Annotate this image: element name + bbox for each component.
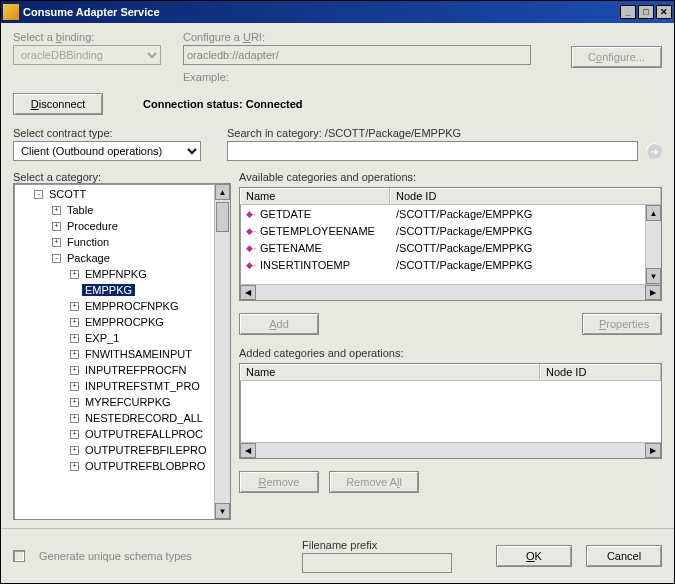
contract-label: Select contract type: (13, 127, 203, 139)
tree-node-label: OUTPUTREFALLPROC (82, 428, 206, 440)
tree-node[interactable]: EMPPKG (16, 282, 214, 298)
expand-icon[interactable]: + (70, 414, 79, 423)
tree-node-label: Table (64, 204, 96, 216)
tree-node-label: NESTEDRECORD_ALL (82, 412, 206, 424)
expand-icon[interactable]: + (70, 430, 79, 439)
collapse-icon[interactable]: - (34, 190, 43, 199)
tree-node[interactable]: +MYREFCURPKG (16, 394, 214, 410)
remove-button[interactable]: Remove (239, 471, 319, 493)
leaf-icon (70, 286, 79, 295)
expand-icon[interactable]: + (52, 238, 61, 247)
bottom-bar: Generate unique schema types Filename pr… (1, 528, 674, 583)
configure-button[interactable]: Configure... (571, 46, 662, 68)
tree-node[interactable]: +OUTPUTREFBFILEPRO (16, 442, 214, 458)
operation-icon (246, 259, 256, 269)
tree-node[interactable]: +INPUTREFSTMT_PRO (16, 378, 214, 394)
available-hscrollbar[interactable]: ◀▶ (240, 284, 661, 300)
properties-button[interactable]: Properties (582, 313, 662, 335)
titlebar[interactable]: Consume Adapter Service _ □ ✕ (1, 1, 674, 23)
expand-icon[interactable]: + (70, 302, 79, 311)
add-button[interactable]: Add (239, 313, 319, 335)
tree-node-label: EXP_1 (82, 332, 122, 344)
minimize-button[interactable]: _ (620, 5, 636, 19)
tree-node-label: OUTPUTREFBFILEPRO (82, 444, 210, 456)
tree-node-label: EMPPROCPKG (82, 316, 167, 328)
consume-adapter-window: Consume Adapter Service _ □ ✕ Select a b… (0, 0, 675, 584)
tree-node[interactable]: +Table (16, 202, 214, 218)
tree-node-label: EMPFNPKG (82, 268, 150, 280)
list-item[interactable]: INSERTINTOEMP/SCOTT/Package/EMPPKG (240, 256, 645, 273)
available-header: Name Node ID (240, 188, 661, 205)
app-icon (3, 4, 19, 20)
list-item[interactable]: GETDATE/SCOTT/Package/EMPPKG (240, 205, 645, 222)
category-tree[interactable]: -SCOTT+Table+Procedure+Function-Package+… (13, 183, 231, 520)
tree-node-label: INPUTREFPROCFN (82, 364, 189, 376)
binding-label: Select a binding: (13, 31, 163, 43)
expand-icon[interactable]: + (70, 462, 79, 471)
tree-node-label: MYREFCURPKG (82, 396, 174, 408)
maximize-button[interactable]: □ (638, 5, 654, 19)
tree-node[interactable]: +INPUTREFPROCFN (16, 362, 214, 378)
tree-node-label: Function (64, 236, 112, 248)
cancel-button[interactable]: Cancel (586, 545, 662, 567)
tree-node-label: EMPPKG (82, 284, 135, 296)
contract-select[interactable]: Client (Outbound operations) (13, 141, 201, 161)
tree-node[interactable]: -Package (16, 250, 214, 266)
close-button[interactable]: ✕ (656, 5, 672, 19)
binding-select[interactable]: oracleDBBinding (13, 45, 161, 65)
search-label: Search in category: /SCOTT/Package/EMPPK… (227, 127, 662, 139)
list-item[interactable]: GETEMPLOYEENAME/SCOTT/Package/EMPPKG (240, 222, 645, 239)
expand-icon[interactable]: + (70, 382, 79, 391)
tree-node-label: INPUTREFSTMT_PRO (82, 380, 203, 392)
expand-icon[interactable]: + (70, 366, 79, 375)
tree-node-label: Procedure (64, 220, 121, 232)
expand-icon[interactable]: + (70, 270, 79, 279)
operation-icon (246, 225, 256, 235)
tree-node-label: EMPPROCFNPKG (82, 300, 182, 312)
tree-node[interactable]: +EMPFNPKG (16, 266, 214, 282)
tree-scrollbar[interactable]: ▲ ▼ (214, 184, 230, 519)
file-prefix-label: Filename prefix (302, 539, 452, 551)
uri-input[interactable] (183, 45, 531, 65)
expand-icon[interactable]: + (70, 334, 79, 343)
tree-node[interactable]: +OUTPUTREFBLOBPRO (16, 458, 214, 474)
available-label: Available categories and operations: (239, 171, 662, 183)
gen-schema-label: Generate unique schema types (39, 550, 192, 562)
search-input[interactable] (227, 141, 638, 161)
tree-node[interactable]: +FNWITHSAMEINPUT (16, 346, 214, 362)
list-item[interactable]: GETENAME/SCOTT/Package/EMPPKG (240, 239, 645, 256)
remove-all-button[interactable]: Remove All (329, 471, 419, 493)
gen-schema-checkbox[interactable] (13, 550, 25, 562)
expand-icon[interactable]: + (52, 206, 61, 215)
added-hscrollbar[interactable]: ◀▶ (240, 442, 661, 458)
expand-icon[interactable]: + (70, 398, 79, 407)
tree-node-label: OUTPUTREFBLOBPRO (82, 460, 208, 472)
expand-icon[interactable]: + (70, 318, 79, 327)
added-list[interactable]: Name Node ID ◀▶ (239, 363, 662, 459)
expand-icon[interactable]: + (70, 350, 79, 359)
added-header: Name Node ID (240, 364, 661, 381)
tree-node-label: Package (64, 252, 113, 264)
tree-node[interactable]: +Function (16, 234, 214, 250)
window-title: Consume Adapter Service (23, 6, 618, 18)
available-list[interactable]: Name Node ID GETDATE/SCOTT/Package/EMPPK… (239, 187, 662, 301)
operation-icon (246, 242, 256, 252)
tree-node[interactable]: -SCOTT (16, 186, 214, 202)
collapse-icon[interactable]: - (52, 254, 61, 263)
ok-button[interactable]: OK (496, 545, 572, 567)
tree-node[interactable]: +Procedure (16, 218, 214, 234)
connection-status: Connection status: Connected (143, 98, 303, 110)
expand-icon[interactable]: + (70, 446, 79, 455)
disconnect-button[interactable]: Disconnect (13, 93, 103, 115)
search-go-icon[interactable]: ➜ (646, 143, 662, 159)
tree-node[interactable]: +NESTEDRECORD_ALL (16, 410, 214, 426)
tree-node[interactable]: +EMPPROCPKG (16, 314, 214, 330)
uri-label: Configure a URI: (183, 31, 551, 43)
tree-node[interactable]: +EXP_1 (16, 330, 214, 346)
file-prefix-input[interactable] (302, 553, 452, 573)
expand-icon[interactable]: + (52, 222, 61, 231)
added-label: Added categories and operations: (239, 347, 662, 359)
tree-node[interactable]: +EMPPROCFNPKG (16, 298, 214, 314)
available-scrollbar[interactable]: ▲ ▼ (645, 205, 661, 284)
tree-node[interactable]: +OUTPUTREFALLPROC (16, 426, 214, 442)
